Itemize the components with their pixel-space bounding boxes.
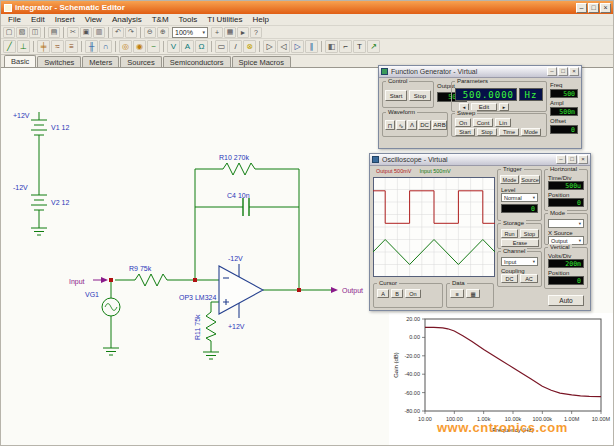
capacitor-icon[interactable]: ╫ [85,40,98,53]
function-generator-titlebar[interactable]: Function Generator - Virtual – □ × [379,66,581,78]
help-icon[interactable]: ? [250,27,262,38]
node-output[interactable] [297,288,301,292]
transistor-icon[interactable]: ◁ [277,40,290,53]
menu-help[interactable]: Help [247,14,273,26]
ammeter-icon[interactable]: A [181,40,194,53]
voltmeter-icon[interactable]: V [167,40,180,53]
pan-icon[interactable]: + [211,27,223,38]
lamp-icon[interactable]: ⊗ [243,40,256,53]
print-icon[interactable]: ▤ [48,27,60,38]
arrow-tool-icon[interactable]: ↗ [367,40,380,53]
paste-icon[interactable]: ▥ [93,27,105,38]
increment-button[interactable]: ► [499,103,509,111]
tab-switches[interactable]: Switches [37,56,81,67]
cursor-b-button[interactable]: B [391,289,403,298]
zoom-in-icon[interactable]: ⊕ [157,27,169,38]
tab-spice-macros[interactable]: Spice Macros [232,56,291,67]
signal-generator-icon[interactable]: ~ [147,40,160,53]
maximize-button[interactable]: □ [588,3,599,13]
auto-button[interactable]: Auto [548,295,584,306]
oscilloscope-titlebar[interactable]: Oscilloscope - Virtual – □ × [370,154,590,166]
node-feedback[interactable] [193,278,197,282]
opamp-icon[interactable]: ▷ [291,40,304,53]
dc-button[interactable]: DC [418,120,431,130]
generator-vg1[interactable] [102,280,120,355]
redo-icon[interactable]: ↷ [125,27,137,38]
coupling-dc-button[interactable]: DC [501,274,518,283]
copy-icon[interactable]: ▣ [80,27,92,38]
menu-insert[interactable]: Insert [50,14,80,26]
trigger-source-button[interactable]: Source [520,175,540,184]
cursor-on-button[interactable]: On [405,289,421,298]
selection-arrow-icon[interactable]: ► [237,27,249,38]
potentiometer-icon[interactable]: ≡ [65,40,78,53]
save-icon[interactable]: ◫ [29,27,41,38]
relay-icon[interactable]: ◧ [325,40,338,53]
open-folder-icon[interactable]: ▧ [16,27,28,38]
zoom-select[interactable]: 100% ▾ [172,27,208,38]
minimize-button[interactable]: – [576,3,587,13]
capacitor-c4[interactable] [195,169,299,290]
current-source-icon[interactable]: ◉ [133,40,146,53]
tab-meters[interactable]: Meters [82,56,119,67]
close-button[interactable]: × [600,3,611,13]
sine-wave-button[interactable]: ∿ [396,120,406,130]
menu-t-m[interactable]: T&M [147,14,174,26]
maximize-button[interactable]: □ [567,155,577,164]
data-export-button[interactable]: ▦ [466,289,480,298]
sweep-stop-button[interactable]: Stop [477,128,497,136]
menu-ti-utilities[interactable]: TI Utilities [202,14,247,26]
sweep-lin-button[interactable]: Lin [495,118,511,127]
trigger-mode-button[interactable]: Mode [500,175,519,184]
arb-button[interactable]: ARB [432,120,447,130]
menu-tools[interactable]: Tools [174,14,203,26]
sweep-start-button[interactable]: Start [455,128,475,136]
undo-icon[interactable]: ↶ [112,27,124,38]
transformer-icon[interactable]: ∥ [305,40,318,53]
minimize-button[interactable]: – [556,155,566,164]
close-button[interactable]: × [578,155,588,164]
node-input[interactable] [109,278,113,282]
menu-file[interactable]: File [3,14,26,26]
oscilloscope-probe-icon[interactable]: ▭ [215,40,228,53]
ground-icon[interactable]: ⊥ [17,40,30,53]
tab-basic[interactable]: Basic [4,55,36,67]
text-tool-icon[interactable]: T [353,40,366,53]
channel-select[interactable]: Input▾ [501,257,538,266]
new-file-icon[interactable]: ▢ [3,27,15,38]
stop-button[interactable]: Stop [409,90,431,101]
battery-v2[interactable] [31,190,47,235]
triangle-wave-button[interactable]: Λ [407,120,417,130]
battery-v1[interactable] [31,112,47,190]
data-list-button[interactable]: ≡ [450,289,464,298]
square-wave-button[interactable]: ⊓ [385,120,395,130]
sweep-on-button[interactable]: On [455,118,471,127]
title-bar[interactable]: integrator - Schematic Editor – □ × [1,1,613,14]
grid-icon[interactable]: ▦ [224,27,236,38]
close-button[interactable]: × [569,67,579,76]
resistor-r11[interactable] [203,302,219,359]
ohmmeter-icon[interactable]: Ω [195,40,208,53]
jumper-icon[interactable]: ⌐ [339,40,352,53]
minimize-button[interactable]: – [547,67,557,76]
diode-icon[interactable]: ▷ [263,40,276,53]
resistor-r9[interactable] [115,274,219,286]
menu-analysis[interactable]: Analysis [107,14,147,26]
run-button[interactable]: Run [501,229,518,238]
opamp-op3[interactable] [219,264,263,318]
start-button[interactable]: Start [385,90,407,101]
sweep-mode-button[interactable]: Mode [521,128,541,136]
resistor-icon[interactable]: ≈ [51,40,64,53]
erase-button[interactable]: Erase [501,239,539,247]
stop-button[interactable]: Stop [520,229,539,238]
battery-icon[interactable]: ╪ [37,40,50,53]
trigger-mode-select[interactable]: Normal▾ [501,193,538,202]
zoom-out-icon[interactable]: ⊖ [144,27,156,38]
sweep-cont-button[interactable]: Cont [473,118,493,127]
wire-icon[interactable]: ╱ [3,40,16,53]
sweep-time-button[interactable]: Time [499,128,519,136]
coupling-ac-button[interactable]: AC [520,274,538,283]
menu-view[interactable]: View [80,14,107,26]
maximize-button[interactable]: □ [558,67,568,76]
menu-edit[interactable]: Edit [26,14,50,26]
